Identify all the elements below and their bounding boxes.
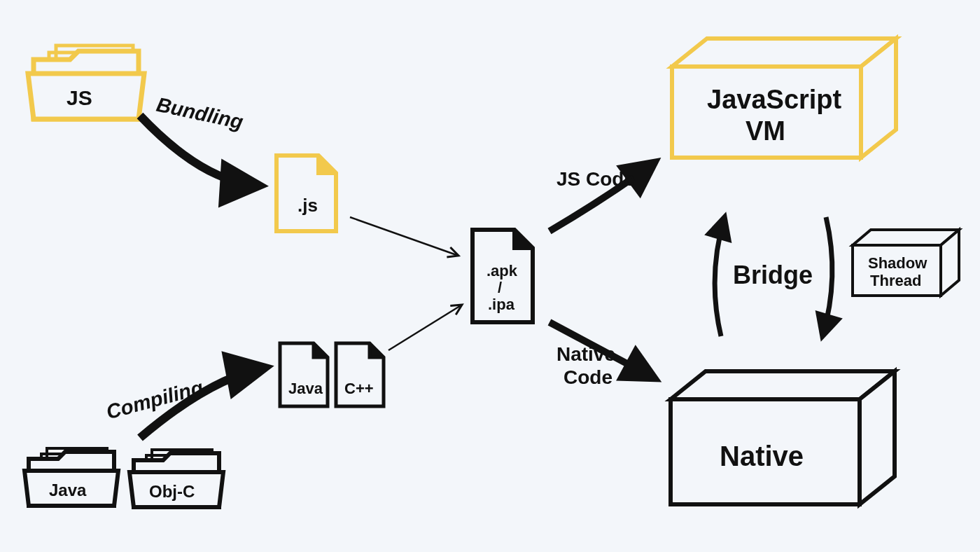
file-package: .apk / .ipa	[472, 230, 533, 322]
folder-js-label: JS	[66, 86, 92, 109]
box-jsvm-l1: JavaScript	[707, 85, 842, 114]
box-native: Native	[671, 371, 895, 504]
box-jsvm-l2: VM	[746, 116, 785, 146]
file-pkg-l1: .apk	[486, 262, 518, 280]
folder-java: Java	[24, 448, 118, 506]
box-shadow-l1: Shadow	[868, 254, 927, 272]
file-java-label: Java	[288, 380, 323, 397]
bridge-label: Bridge	[733, 261, 813, 289]
arrow-compiling-label: Compiling	[104, 376, 205, 424]
arrow-bundling-label: Bundling	[155, 93, 246, 133]
arrow-bundling: Bundling	[140, 93, 259, 186]
folder-java-label: Java	[49, 481, 87, 499]
file-pkg-l3: .ipa	[488, 296, 515, 313]
arrow-nativecode-l1: Native	[556, 343, 615, 365]
folder-objc-label: Obj-C	[149, 482, 195, 501]
arrow-nativecode: Native Code	[550, 322, 654, 388]
box-jsvm: JavaScript VM	[672, 39, 896, 158]
bridge-group: Bridge	[715, 217, 832, 336]
arrow-jscode-label: JS Code	[556, 168, 635, 190]
file-pkg-l2: /	[498, 279, 502, 296]
arrow-nativecode-l2: Code	[564, 366, 612, 388]
arrow-native-to-pkg	[388, 305, 462, 350]
box-shadow-thread: Shadow Thread	[853, 230, 959, 296]
file-js: .js	[276, 156, 336, 231]
file-cpp-label: C++	[344, 380, 374, 397]
folder-js: JS	[28, 46, 144, 119]
arrow-compiling: Compiling	[104, 368, 265, 438]
folder-objc: Obj-C	[130, 450, 223, 507]
diagram-svg: JS Java Obj-C .js Java C++ .apk	[0, 0, 980, 552]
box-native-label: Native	[720, 441, 804, 471]
file-java: Java	[280, 343, 328, 406]
arrow-jscode: JS Code	[550, 163, 654, 231]
box-shadow-l2: Thread	[870, 272, 921, 289]
file-js-label: .js	[298, 195, 318, 216]
file-cpp: C++	[336, 343, 384, 406]
arrow-js-to-pkg	[350, 217, 458, 256]
